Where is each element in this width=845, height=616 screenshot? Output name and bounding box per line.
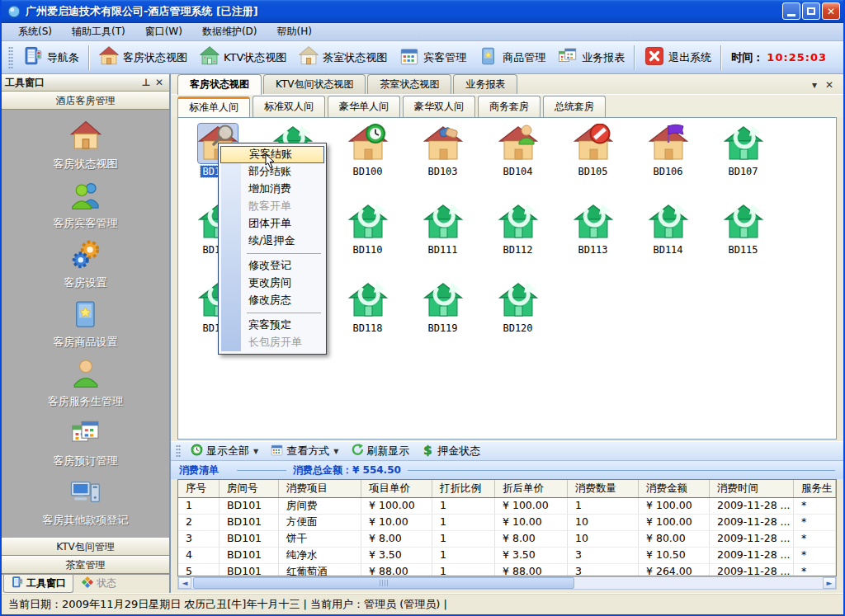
sidebar-item-2[interactable]: 客房设置	[64, 238, 107, 290]
column-header[interactable]: 消费项目	[279, 480, 361, 497]
document-tab-0[interactable]: 客房状态视图	[177, 74, 262, 95]
room-BD106[interactable]: BD106	[630, 124, 706, 202]
sidebar-item-6[interactable]: 客房其他款项登记	[43, 476, 129, 528]
minimize-button[interactable]	[782, 2, 800, 20]
goods-box-icon	[69, 298, 102, 333]
room-BD111[interactable]: BD111	[405, 202, 480, 280]
room-BD112[interactable]: BD112	[480, 202, 555, 280]
rooms-toolbar-button-1[interactable]: 查看方式▼	[264, 442, 344, 460]
toolbar-button-4[interactable]: 宾客管理	[393, 43, 472, 72]
column-header[interactable]: 房间号	[220, 480, 279, 497]
column-header[interactable]: 消费数量	[568, 480, 639, 497]
room-BD120[interactable]: BD120	[480, 280, 555, 359]
menu-item-0[interactable]: 系统(S)	[8, 23, 62, 40]
context-menu-item-11[interactable]: 宾客预定	[220, 317, 324, 334]
room-type-tab-4[interactable]: 商务套房	[478, 96, 541, 117]
toolbar-button-0[interactable]: 导航条	[17, 43, 85, 72]
rooms-toolbar-button-3[interactable]: $押金状态	[415, 442, 486, 460]
column-header[interactable]: 项目单价	[361, 480, 432, 497]
scrollbar-track[interactable]	[574, 577, 823, 589]
context-menu-separator	[220, 309, 324, 317]
column-header[interactable]: 打折比例	[432, 480, 495, 497]
pin-icon[interactable]: ⊥	[139, 77, 153, 88]
toolbar-button-5[interactable]: 商品管理	[472, 43, 551, 72]
context-menu-item-8[interactable]: 更改房间	[220, 275, 324, 292]
context-menu-item-7[interactable]: 修改登记	[220, 257, 324, 275]
rooms-toolbar-button-2[interactable]: 刷新显示	[344, 442, 415, 460]
context-menu-item-4[interactable]: 团体开单	[220, 215, 324, 233]
table-row-1[interactable]: 1BD101房间费¥ 100.001¥ 100.001¥ 100.002009-…	[178, 498, 836, 515]
toolbar-button-7[interactable]: 退出系统	[638, 43, 717, 72]
context-menu-item-12: 长包房开单	[220, 334, 324, 351]
column-header[interactable]: 消费金额	[639, 480, 710, 497]
column-header[interactable]: 服务生	[794, 480, 836, 497]
room-type-tab-5[interactable]: 总统套房	[543, 96, 606, 117]
room-BD107[interactable]: BD107	[706, 124, 781, 202]
goods-box-icon	[478, 45, 499, 69]
maximize-button[interactable]	[802, 2, 820, 20]
sidebar-item-4[interactable]: 客房服务生管理	[48, 357, 123, 409]
menu-item-4[interactable]: 帮助(H)	[267, 23, 322, 40]
column-header[interactable]: 消费时间	[710, 480, 794, 497]
toolbar-button-6[interactable]: 业务报表	[551, 43, 630, 72]
table-row-5[interactable]: 5BD101红葡萄酒¥ 88.001¥ 88.003¥ 264.002009-1…	[178, 564, 836, 576]
close-button[interactable]: ✕	[822, 2, 840, 20]
room-BD113[interactable]: BD113	[555, 202, 630, 280]
tab-close-icon[interactable]: ✕	[825, 79, 833, 91]
room-type-tab-1[interactable]: 标准双人间	[253, 96, 325, 117]
table-header-row: 序号房间号消费项目项目单价打折比例折后单价消费数量消费金额消费时间服务生	[178, 480, 836, 498]
room-type-tab-2[interactable]: 豪华单人间	[328, 96, 400, 117]
toolbar-button-1[interactable]: 客房状态视图	[92, 43, 193, 72]
main-toolbar: 导航条客房状态视图KTV状态视图茶室状态视图宾客管理商品管理业务报表退出系统时间…	[2, 41, 843, 74]
room-BD114[interactable]: BD114	[630, 202, 706, 280]
room-BD104[interactable]: BD104	[480, 124, 555, 202]
sidebar-item-5[interactable]: 客房预订管理	[54, 416, 118, 468]
report-calendar-icon	[557, 45, 578, 69]
gears-icon	[69, 238, 102, 274]
context-menu-item-9[interactable]: 修改房态	[220, 292, 324, 309]
context-menu-item-5[interactable]: 续/退押金	[220, 233, 324, 250]
sidebar-item-3[interactable]: 客房商品设置	[54, 298, 118, 350]
room-BD105[interactable]: BD105	[555, 124, 630, 202]
sidebar-item-1[interactable]: 客房宾客管理	[54, 179, 118, 231]
room-type-tab-3[interactable]: 豪华双人间	[403, 96, 475, 117]
document-tab-2[interactable]: 茶室状态视图	[367, 74, 451, 94]
sidebar-caption-title: 工具窗口	[5, 76, 139, 90]
close-icon[interactable]: ✕	[153, 77, 166, 88]
sidebar-group-ktv[interactable]: KTV包间管理	[2, 538, 169, 556]
sidebar-bottom-tab-1[interactable]: 状态	[73, 575, 124, 593]
scroll-right-icon[interactable]: ►	[823, 577, 836, 589]
table-row-4[interactable]: 4BD101纯净水¥ 3.501¥ 3.503¥ 10.502009-11-28…	[178, 548, 836, 564]
toolbar-button-3[interactable]: 茶室状态视图	[292, 43, 393, 72]
menu-item-1[interactable]: 辅助工具(T)	[62, 23, 135, 40]
sidebar-item-0[interactable]: 客房状态视图	[54, 120, 118, 172]
room-BD110[interactable]: BD110	[330, 202, 405, 280]
toolbar-button-2[interactable]: KTV状态视图	[193, 43, 292, 72]
sidebar-group-hotel-rooms[interactable]: 酒店客房管理	[2, 92, 169, 110]
room-BD119[interactable]: BD119	[405, 280, 480, 359]
room-BD100[interactable]: BD100	[330, 124, 405, 202]
horizontal-scrollbar[interactable]: ◄ ►	[177, 576, 837, 590]
document-tab-1[interactable]: KTV包间状态视图	[263, 74, 366, 94]
scrollbar-thumb[interactable]	[193, 577, 574, 589]
table-row-2[interactable]: 2BD101方便面¥ 10.001¥ 10.0010¥ 100.002009-1…	[178, 515, 836, 531]
room-BD118[interactable]: BD118	[330, 280, 405, 359]
room-type-tab-0[interactable]: 标准单人间	[177, 96, 250, 118]
column-header[interactable]: 序号	[178, 480, 220, 497]
menu-item-2[interactable]: 窗口(W)	[135, 23, 192, 40]
scroll-left-icon[interactable]: ◄	[178, 577, 191, 589]
context-menu-item-3: 散客开单	[220, 198, 324, 215]
sidebar-group-tearoom[interactable]: 茶室管理	[2, 556, 169, 574]
table-row-3[interactable]: 3BD101饼干¥ 8.001¥ 8.0010¥ 80.002009-11-28…	[178, 531, 836, 548]
rooms-toolbar-button-0[interactable]: 显示全部▼	[184, 442, 264, 460]
sidebar-bottom-tab-0[interactable]: 工具窗口	[3, 575, 73, 593]
context-menu-item-2[interactable]: 增加消费	[220, 181, 324, 198]
document-tab-3[interactable]: 业务报表	[453, 74, 517, 94]
room-green-icon	[498, 202, 538, 242]
menu-item-3[interactable]: 数据维护(D)	[192, 23, 267, 40]
room-BD103[interactable]: BD103	[405, 124, 480, 202]
tab-list-dropdown-icon[interactable]: ▾	[812, 79, 817, 91]
room-BD115[interactable]: BD115	[706, 202, 781, 280]
consumption-table: 序号房间号消费项目项目单价打折比例折后单价消费数量消费金额消费时间服务生1BD1…	[177, 479, 837, 576]
column-header[interactable]: 折后单价	[495, 480, 568, 497]
